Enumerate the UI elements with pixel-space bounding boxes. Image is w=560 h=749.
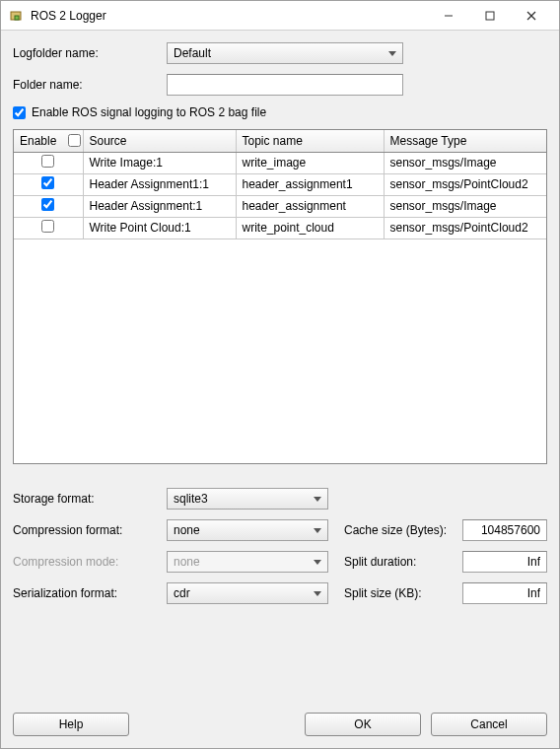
cancel-button[interactable]: Cancel [431,713,547,736]
foldername-row: Folder name: [13,74,547,96]
logfolder-value: Default [174,46,211,60]
storage-format-value: sqlite3 [174,492,208,506]
row-topic[interactable]: write_point_cloud [236,217,384,238]
compression-mode-dropdown: none [167,551,328,573]
split-duration-label: Split duration: [344,555,462,569]
help-button[interactable]: Help [13,713,129,736]
enable-all-checkbox[interactable] [68,134,81,147]
logfolder-row: Logfolder name: Default [13,42,547,64]
chevron-down-icon [314,497,321,502]
row-topic[interactable]: header_assignment [236,195,384,217]
enable-logging-row: Enable ROS signal logging to ROS 2 bag f… [13,105,547,119]
serialization-format-label: Serialization format: [13,586,167,600]
split-size-label: Split size (KB): [344,586,462,600]
options-grid: Storage format: sqlite3 Compression form… [13,488,547,604]
split-duration-input[interactable] [462,551,547,573]
foldername-label: Folder name: [13,78,167,92]
cache-size-input[interactable] [462,519,547,541]
split-size-input[interactable] [462,582,547,604]
table-row: Header Assignment1:1header_assignment1se… [14,173,546,195]
dialog-buttons: Help OK Cancel [1,701,559,748]
row-source[interactable]: Header Assignment:1 [83,195,236,217]
ok-button[interactable]: OK [305,713,421,736]
row-source[interactable]: Header Assignment1:1 [83,173,236,195]
compression-mode-value: none [174,555,200,569]
cache-size-label: Cache size (Bytes): [344,523,462,537]
close-button[interactable] [512,3,551,29]
logfolder-dropdown[interactable]: Default [167,42,403,64]
compression-format-dropdown[interactable]: none [167,519,328,541]
col-header-enable-label: Enable [20,134,56,148]
compression-format-value: none [174,523,200,537]
signals-table: Enable Source Topic name Message Type Wr… [13,129,547,464]
col-header-enable[interactable]: Enable [14,130,83,152]
chevron-down-icon [314,591,321,596]
col-header-msgtype[interactable]: Message Type [384,130,546,152]
col-header-topic[interactable]: Topic name [236,130,384,152]
enable-logging-label: Enable ROS signal logging to ROS 2 bag f… [32,105,266,119]
foldername-input[interactable] [167,74,403,96]
compression-format-label: Compression format: [13,523,167,537]
logfolder-label: Logfolder name: [13,46,167,60]
chevron-down-icon [314,560,321,565]
storage-format-dropdown[interactable]: sqlite3 [167,488,328,510]
svg-rect-3 [486,12,494,20]
window-controls [429,3,551,29]
table-row: Write Point Cloud:1write_point_cloudsens… [14,217,546,238]
row-enable-cell [14,173,83,195]
row-enable-cell [14,152,83,173]
row-msgtype[interactable]: sensor_msgs/Image [384,152,546,173]
app-icon [9,8,25,24]
row-enable-checkbox[interactable] [41,155,54,168]
titlebar: ROS 2 Logger [1,1,559,31]
table-row: Header Assignment:1header_assignmentsens… [14,195,546,217]
compression-mode-label: Compression mode: [13,555,167,569]
col-header-source[interactable]: Source [83,130,236,152]
table-row: Write Image:1write_imagesensor_msgs/Imag… [14,152,546,173]
row-enable-checkbox[interactable] [41,198,54,211]
serialization-format-dropdown[interactable]: cdr [167,582,328,604]
row-topic[interactable]: header_assignment1 [236,173,384,195]
row-msgtype[interactable]: sensor_msgs/PointCloud2 [384,217,546,238]
dialog-content: Logfolder name: Default Folder name: Ena… [1,31,559,701]
row-msgtype[interactable]: sensor_msgs/PointCloud2 [384,173,546,195]
enable-logging-checkbox[interactable] [13,106,26,119]
window-title: ROS 2 Logger [31,9,429,23]
ros2-logger-window: ROS 2 Logger Logfolder name: Default Fol… [0,0,560,749]
chevron-down-icon [314,528,321,533]
row-msgtype[interactable]: sensor_msgs/Image [384,195,546,217]
row-enable-checkbox[interactable] [41,220,54,233]
row-enable-checkbox[interactable] [41,176,54,189]
row-enable-cell [14,195,83,217]
svg-rect-1 [15,16,19,20]
chevron-down-icon [388,51,396,56]
row-source[interactable]: Write Point Cloud:1 [83,217,236,238]
row-source[interactable]: Write Image:1 [83,152,236,173]
minimize-button[interactable] [429,3,468,29]
storage-format-label: Storage format: [13,492,167,506]
row-enable-cell [14,217,83,238]
maximize-button[interactable] [470,3,510,29]
serialization-format-value: cdr [174,586,190,600]
row-topic[interactable]: write_image [236,152,384,173]
table-header-row: Enable Source Topic name Message Type [14,130,546,152]
